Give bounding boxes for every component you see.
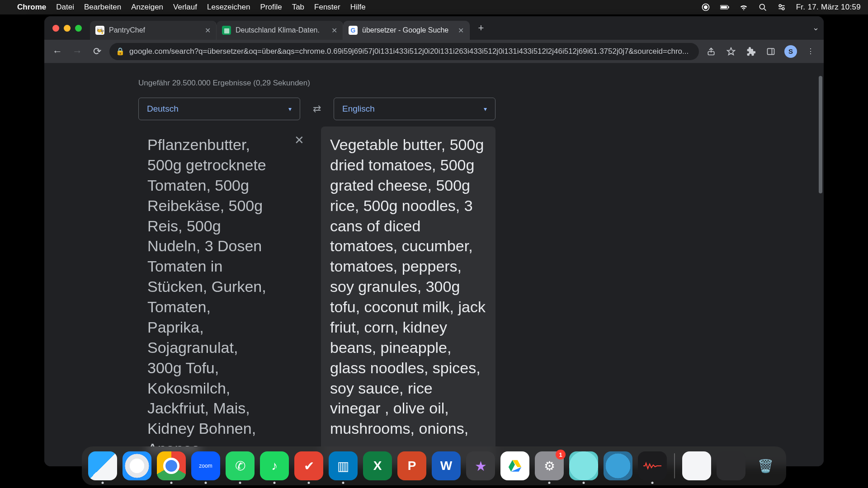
favicon-google: G xyxy=(349,26,358,35)
favicon-sheet: ▦ xyxy=(222,26,231,35)
favicon-pantrychef: 🧑‍🍳 xyxy=(95,26,104,35)
svg-marker-12 xyxy=(727,47,735,55)
tab-google-search[interactable]: G übersetzer - Google Suche ✕ xyxy=(343,21,470,40)
dock-recent-window-1[interactable] xyxy=(682,451,711,480)
macos-dock: zoom ✆ ♪ ✔ ▥ X P W ★ ⚙ 1 🗑️ xyxy=(82,446,786,485)
bookmark-button[interactable] xyxy=(723,44,739,59)
dock-google-drive[interactable] xyxy=(500,451,529,480)
dock-quicktime[interactable] xyxy=(604,451,632,480)
page-viewport[interactable]: Ungefähr 29.500.000 Ergebnisse (0,29 Sek… xyxy=(44,63,824,466)
source-text-pane[interactable]: ✕ Pflanzenbutter, 500g getrocknete Tomat… xyxy=(138,127,313,466)
svg-point-9 xyxy=(782,8,784,10)
new-tab-button[interactable]: + xyxy=(473,20,489,36)
dock-safari[interactable] xyxy=(123,451,151,480)
address-bar[interactable]: 🔒 google.com/search?q=übersetzer&oq=über… xyxy=(109,43,699,60)
tab-klimadaten[interactable]: ▦ Deutschland Klima-Daten. ✕ xyxy=(217,21,343,40)
dock-app-circle[interactable] xyxy=(569,451,598,480)
results-stats: Ungefähr 29.500.000 Ergebnisse (0,29 Sek… xyxy=(138,79,824,88)
dock-recent-window-2[interactable] xyxy=(717,451,745,480)
wifi-icon[interactable] xyxy=(739,3,748,12)
target-language-select[interactable]: Englisch ▾ xyxy=(334,98,495,120)
profile-avatar[interactable]: S xyxy=(783,44,798,59)
dock-trello[interactable]: ▥ xyxy=(329,451,358,480)
macos-menubar: Chrome Datei Bearbeiten Anzeigen Verlauf… xyxy=(0,0,868,14)
extensions-button[interactable] xyxy=(743,44,759,59)
translate-widget: Deutsch ▾ ⇄ Englisch ▾ ✕ Pflanzenbutter,… xyxy=(138,98,495,466)
tab-title: PantryChef xyxy=(109,26,200,34)
spotlight-icon[interactable] xyxy=(758,3,767,12)
menubar-item-fenster[interactable]: Fenster xyxy=(314,3,340,12)
tab-close-button[interactable]: ✕ xyxy=(331,26,337,35)
dock-todoist[interactable]: ✔ xyxy=(294,451,323,480)
dock-separator xyxy=(674,453,675,479)
svg-rect-3 xyxy=(721,6,727,9)
settings-badge: 1 xyxy=(556,450,566,460)
dock-word[interactable]: W xyxy=(432,451,461,480)
swap-languages-button[interactable]: ⇄ xyxy=(307,99,326,118)
window-zoom-button[interactable] xyxy=(75,25,82,32)
svg-line-6 xyxy=(764,9,766,10)
chevron-down-icon: ▾ xyxy=(484,105,487,113)
dock-excel[interactable]: X xyxy=(363,451,392,480)
svg-point-5 xyxy=(760,4,764,9)
window-close-button[interactable] xyxy=(52,25,59,32)
tab-overflow-button[interactable]: ⌄ xyxy=(812,23,819,33)
share-button[interactable] xyxy=(703,44,719,59)
tab-pantrychef[interactable]: 🧑‍🍳 PantryChef ✕ xyxy=(90,21,217,40)
target-text: Vegetable butter, 500g dried tomatoes, 5… xyxy=(330,135,486,439)
dock-whatsapp[interactable]: ✆ xyxy=(226,451,255,480)
window-minimize-button[interactable] xyxy=(64,25,71,32)
clear-source-button[interactable]: ✕ xyxy=(292,133,307,147)
dock-zoom[interactable]: zoom xyxy=(191,451,220,480)
chevron-down-icon: ▾ xyxy=(288,105,292,113)
lock-icon: 🔒 xyxy=(116,47,125,56)
source-language-label: Deutsch xyxy=(147,104,179,114)
svg-point-7 xyxy=(779,5,781,7)
menubar-clock[interactable]: Fr. 17. März 10:59 xyxy=(796,3,861,12)
menubar-item-hilfe[interactable]: Hilfe xyxy=(350,3,366,12)
url-text: google.com/search?q=übersetzer&oq=über&a… xyxy=(129,47,693,56)
nav-reload-button[interactable]: ⟳ xyxy=(90,44,105,59)
tabstrip: 🧑‍🍳 PantryChef ✕ ▦ Deutschland Klima-Dat… xyxy=(44,16,824,40)
tab-close-button[interactable]: ✕ xyxy=(458,26,464,35)
chrome-window: 🧑‍🍳 PantryChef ✕ ▦ Deutschland Klima-Dat… xyxy=(44,16,824,466)
battery-icon[interactable] xyxy=(720,3,729,12)
avatar-initial: S xyxy=(784,45,797,58)
target-language-label: Englisch xyxy=(342,104,375,114)
browser-toolbar: ← → ⟳ 🔒 google.com/search?q=übersetzer&o… xyxy=(44,40,824,63)
window-controls xyxy=(49,25,85,32)
chrome-menu-button[interactable]: ⋮ xyxy=(803,44,818,59)
dock-powerpoint[interactable]: P xyxy=(397,451,426,480)
dock-spotify[interactable]: ♪ xyxy=(260,451,289,480)
screen-record-icon[interactable] xyxy=(701,3,710,12)
source-language-select[interactable]: Deutsch ▾ xyxy=(138,98,300,120)
menubar-item-verlauf[interactable]: Verlauf xyxy=(173,3,197,12)
dock-chrome[interactable] xyxy=(157,451,186,480)
svg-rect-4 xyxy=(728,6,729,8)
dock-trash[interactable]: 🗑️ xyxy=(751,451,780,480)
dock-finder[interactable] xyxy=(88,451,117,480)
svg-rect-13 xyxy=(768,48,774,54)
menubar-item-profile[interactable]: Profile xyxy=(260,3,282,12)
dock-voice-memos[interactable] xyxy=(638,451,667,480)
target-text-pane[interactable]: Vegetable butter, 500g dried tomatoes, 5… xyxy=(321,127,495,466)
control-center-icon[interactable] xyxy=(777,3,786,12)
nav-back-button[interactable]: ← xyxy=(50,44,65,59)
menubar-app-name[interactable]: Chrome xyxy=(17,3,46,12)
menubar-item-datei[interactable]: Datei xyxy=(56,3,74,12)
dock-system-preferences[interactable]: ⚙ 1 xyxy=(535,451,564,480)
dock-imovie[interactable]: ★ xyxy=(466,451,495,480)
menubar-item-anzeigen[interactable]: Anzeigen xyxy=(131,3,163,12)
sidepanel-button[interactable] xyxy=(763,44,778,59)
menubar-item-tab[interactable]: Tab xyxy=(292,3,304,12)
menubar-item-lesezeichen[interactable]: Lesezeichen xyxy=(207,3,250,12)
tab-title: Deutschland Klima-Daten. xyxy=(236,26,327,34)
tab-title: übersetzer - Google Suche xyxy=(362,26,453,34)
tab-close-button[interactable]: ✕ xyxy=(205,26,211,35)
nav-forward-button: → xyxy=(70,44,85,59)
svg-point-1 xyxy=(704,6,707,9)
source-text: Pflanzenbutter, 500g getrocknete Tomaten… xyxy=(147,135,269,459)
menubar-item-bearbeiten[interactable]: Bearbeiten xyxy=(84,3,121,12)
